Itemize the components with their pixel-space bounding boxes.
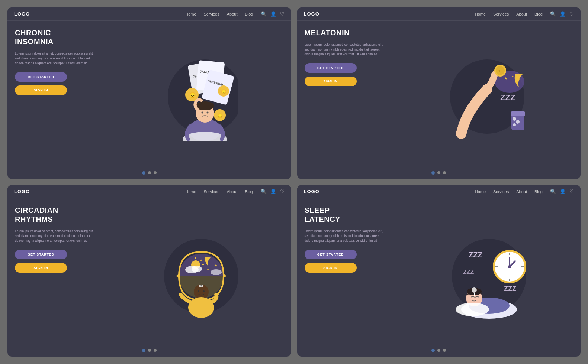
navbar-2: LOGO Home Services About Blog 🔍 👤 ♡ xyxy=(297,7,581,21)
svg-text:😞: 😞 xyxy=(221,89,226,94)
nav-blog-1[interactable]: Blog xyxy=(245,12,253,16)
card-chronic-insomnia: LOGO Home Services About Blog 🔍 👤 ♡ CHRO… xyxy=(7,7,291,179)
dot-3-3[interactable] xyxy=(154,349,157,352)
dot-2-1[interactable] xyxy=(431,171,435,175)
nav-about-4[interactable]: About xyxy=(516,189,527,194)
nav-icons-2: 🔍 👤 ♡ xyxy=(550,11,574,17)
dot-3-1[interactable] xyxy=(142,349,145,352)
illustration-3: ★ ★ xyxy=(97,206,284,342)
nav-about-1[interactable]: About xyxy=(227,12,238,16)
get-started-btn-3[interactable]: GET STARTED xyxy=(15,250,67,259)
nav-about-2[interactable]: About xyxy=(516,12,527,16)
nav-services-3[interactable]: Services xyxy=(204,189,219,194)
body-1: Lorem ipsum dolor sit amet, consectetuer… xyxy=(15,51,97,65)
content-4: SLEEPLATENCY Lorem ipsum dolor sit amet,… xyxy=(297,198,581,346)
dot-4-2[interactable] xyxy=(437,349,440,352)
svg-point-41 xyxy=(192,266,202,272)
dot-1-1[interactable] xyxy=(142,171,145,175)
svg-text:ZZZ: ZZZ xyxy=(463,269,474,275)
nav-home-3[interactable]: Home xyxy=(185,189,196,194)
nav-services-1[interactable]: Services xyxy=(204,12,219,16)
svg-text:😞: 😞 xyxy=(189,92,196,98)
nav-services-2[interactable]: Services xyxy=(493,12,509,16)
logo-3: LOGO xyxy=(14,189,30,194)
dot-2-2[interactable] xyxy=(437,171,440,174)
title-4: SLEEPLATENCY xyxy=(305,206,386,224)
dot-4-3[interactable] xyxy=(443,349,446,352)
left-content-4: SLEEPLATENCY Lorem ipsum dolor sit amet,… xyxy=(305,206,386,342)
illustration-1: FEBRUARY JANUARY DECEMBER 😞 😞 😞 xyxy=(97,28,284,165)
heart-icon-1[interactable]: ♡ xyxy=(280,11,285,17)
dots-1 xyxy=(7,168,291,179)
nav-home-4[interactable]: Home xyxy=(475,189,486,194)
card-sleep-latency: LOGO Home Services About Blog 🔍 👤 ♡ SLEE… xyxy=(297,185,581,357)
heart-icon-2[interactable]: ♡ xyxy=(569,11,574,17)
dot-2-3[interactable] xyxy=(443,171,446,174)
sleep-latency-svg: ZZZ ZZZ ZZZ xyxy=(431,230,528,319)
svg-text:★: ★ xyxy=(214,264,217,267)
search-icon-1[interactable]: 🔍 xyxy=(261,11,267,17)
svg-point-50 xyxy=(203,290,205,292)
svg-point-69 xyxy=(472,287,477,293)
body-2: Lorem ipsum dolor sit amet, consectetuer… xyxy=(305,42,386,56)
dot-4-1[interactable] xyxy=(431,349,435,352)
title-2: MELATONIN xyxy=(305,28,386,37)
card-melatonin: LOGO Home Services About Blog 🔍 👤 ♡ MELA… xyxy=(297,7,581,179)
search-icon-3[interactable]: 🔍 xyxy=(261,189,267,194)
left-content-1: CHRONICINSOMNIA Lorem ipsum dolor sit am… xyxy=(15,28,97,165)
svg-point-49 xyxy=(198,290,199,292)
svg-text:★: ★ xyxy=(207,268,209,271)
nav-blog-2[interactable]: Blog xyxy=(534,12,543,16)
user-icon-1[interactable]: 👤 xyxy=(270,11,276,17)
circadian-svg: ★ ★ xyxy=(142,230,238,319)
navbar-4: LOGO Home Services About Blog 🔍 👤 ♡ xyxy=(297,185,581,198)
logo-4: LOGO xyxy=(304,189,319,194)
illustration-2: ★ ★ ★ ZZZ xyxy=(386,28,573,165)
dot-3-2[interactable] xyxy=(148,349,151,352)
dots-2 xyxy=(297,168,581,179)
nav-home-2[interactable]: Home xyxy=(475,12,486,16)
nav-about-3[interactable]: About xyxy=(227,189,238,194)
dots-3 xyxy=(7,346,291,357)
svg-point-56 xyxy=(508,265,511,268)
dot-1-2[interactable] xyxy=(148,171,151,174)
user-icon-4[interactable]: 👤 xyxy=(560,189,566,194)
svg-text:ZZZ: ZZZ xyxy=(500,93,515,102)
svg-point-17 xyxy=(207,111,209,113)
navbar-3: LOGO Home Services About Blog 🔍 👤 ♡ xyxy=(7,185,291,198)
svg-text:ZZZ: ZZZ xyxy=(504,285,516,292)
svg-point-28 xyxy=(516,120,520,124)
title-1: CHRONICINSOMNIA xyxy=(15,28,97,46)
svg-rect-26 xyxy=(511,111,525,116)
svg-point-16 xyxy=(202,111,203,113)
nav-links-2: Home Services About Blog xyxy=(475,12,543,16)
get-started-btn-4[interactable]: GET STARTED xyxy=(305,250,357,259)
search-icon-4[interactable]: 🔍 xyxy=(550,189,556,194)
nav-icons-3: 🔍 👤 ♡ xyxy=(261,189,285,194)
sign-in-btn-4[interactable]: SIGN IN xyxy=(305,263,357,273)
nav-services-4[interactable]: Services xyxy=(493,189,509,194)
left-content-3: CIRCADIANRHYTHMS Lorem ipsum dolor sit a… xyxy=(15,206,97,342)
get-started-btn-1[interactable]: GET STARTED xyxy=(15,72,67,82)
dot-1-3[interactable] xyxy=(154,171,157,174)
illustration-4: ZZZ ZZZ ZZZ xyxy=(386,206,573,342)
nav-blog-3[interactable]: Blog xyxy=(245,189,253,194)
sign-in-btn-3[interactable]: SIGN IN xyxy=(15,263,67,273)
user-icon-3[interactable]: 👤 xyxy=(270,189,276,194)
user-icon-2[interactable]: 👤 xyxy=(560,11,566,17)
heart-icon-3[interactable]: ♡ xyxy=(280,189,285,194)
svg-text:?: ? xyxy=(200,285,202,287)
svg-point-27 xyxy=(513,117,516,121)
heart-icon-4[interactable]: ♡ xyxy=(569,189,574,194)
sign-in-btn-2[interactable]: SIGN IN xyxy=(305,77,357,86)
get-started-btn-2[interactable]: GET STARTED xyxy=(305,63,357,73)
nav-blog-4[interactable]: Blog xyxy=(534,189,543,194)
content-1: CHRONICINSOMNIA Lorem ipsum dolor sit am… xyxy=(7,21,291,168)
svg-text:★: ★ xyxy=(511,75,514,78)
left-content-2: MELATONIN Lorem ipsum dolor sit amet, co… xyxy=(305,28,386,165)
logo-1: LOGO xyxy=(14,11,30,17)
search-icon-2[interactable]: 🔍 xyxy=(550,11,556,17)
nav-home-1[interactable]: Home xyxy=(185,12,196,16)
sign-in-btn-1[interactable]: SIGN IN xyxy=(15,85,67,95)
nav-links-3: Home Services About Blog xyxy=(185,189,253,194)
